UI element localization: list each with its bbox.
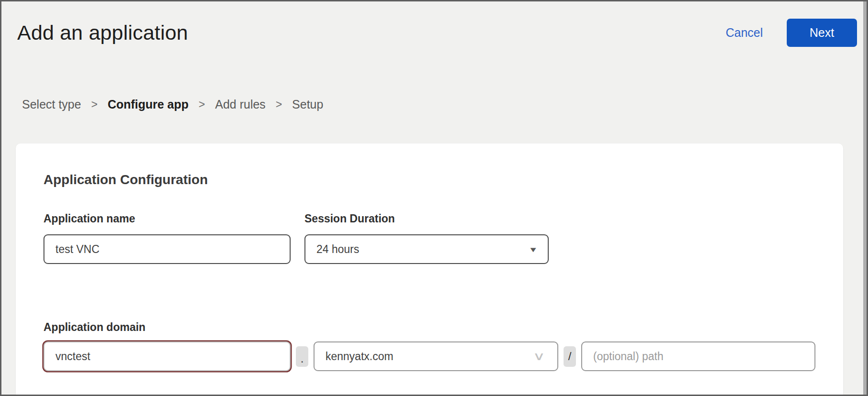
- breadcrumb-separator: >: [91, 98, 98, 111]
- configuration-card: Application Configuration Application na…: [16, 143, 843, 396]
- breadcrumb-step-configure-app[interactable]: Configure app: [108, 98, 188, 111]
- page-title: Add an application: [17, 21, 726, 44]
- breadcrumb: Select type > Configure app > Add rules …: [22, 98, 867, 111]
- breadcrumb-step-select-type[interactable]: Select type: [22, 98, 81, 111]
- slash-separator: /: [564, 346, 576, 367]
- session-duration-value: 24 hours: [316, 243, 359, 256]
- application-name-label: Application name: [43, 212, 291, 225]
- application-name-input[interactable]: [43, 234, 291, 264]
- section-title: Application Configuration: [43, 143, 815, 187]
- page-header: Add an application Cancel Next: [1, 1, 867, 47]
- caret-down-icon: ▼: [529, 245, 538, 253]
- session-duration-select[interactable]: 24 hours ▼: [304, 234, 549, 264]
- application-domain-field: Application domain . kennyatx.com ∨ /: [43, 321, 815, 371]
- breadcrumb-step-add-rules[interactable]: Add rules: [215, 98, 266, 111]
- breadcrumb-separator: >: [199, 98, 205, 111]
- domain-select-value: kennyatx.com: [326, 350, 393, 363]
- breadcrumb-separator: >: [276, 98, 282, 111]
- cancel-button[interactable]: Cancel: [726, 26, 763, 40]
- subdomain-input[interactable]: [43, 341, 291, 371]
- application-domain-label: Application domain: [43, 321, 815, 334]
- session-duration-field: Session Duration 24 hours ▼: [304, 212, 549, 264]
- application-name-field: Application name: [43, 212, 291, 264]
- name-session-row: Application name Session Duration 24 hou…: [43, 212, 815, 264]
- add-application-page: Add an application Cancel Next Select ty…: [0, 0, 868, 396]
- application-domain-row: . kennyatx.com ∨ /: [43, 341, 815, 371]
- scrollbar[interactable]: [863, 1, 867, 395]
- path-input[interactable]: [581, 341, 815, 371]
- dot-separator: .: [296, 346, 308, 367]
- dot-separator-glyph: .: [301, 352, 304, 365]
- session-duration-label: Session Duration: [304, 212, 549, 225]
- domain-select[interactable]: kennyatx.com ∨: [314, 341, 558, 371]
- chevron-down-icon: ∨: [533, 350, 545, 363]
- slash-separator-glyph: /: [568, 350, 572, 363]
- breadcrumb-step-setup[interactable]: Setup: [292, 98, 323, 111]
- next-button[interactable]: Next: [787, 19, 857, 47]
